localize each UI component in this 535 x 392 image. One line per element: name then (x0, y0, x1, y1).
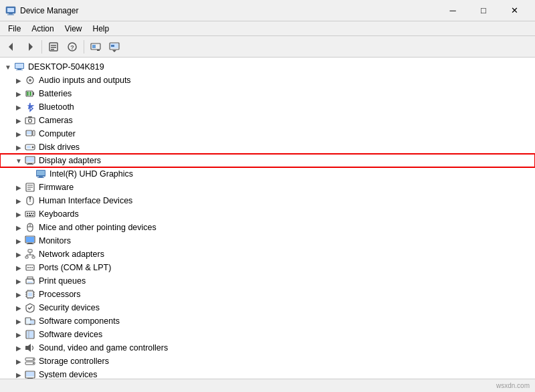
storage-label: Storage controllers (39, 357, 109, 366)
ports-expand-icon[interactable]: ▶ (13, 261, 24, 274)
back-button[interactable] (3, 38, 20, 56)
batteries-label: Batteries (39, 89, 72, 98)
cameras-expand-icon[interactable]: ▶ (13, 114, 24, 127)
disk-expand-icon[interactable]: ▶ (13, 140, 24, 154)
svg-point-75 (27, 267, 29, 268)
svg-rect-99 (26, 318, 30, 324)
forward-button[interactable] (21, 38, 39, 56)
processors-expand-icon[interactable]: ▶ (13, 288, 24, 301)
batteries-icon (24, 88, 36, 100)
security-expand-icon[interactable]: ▶ (13, 301, 24, 314)
firmware-icon (24, 181, 36, 193)
toolbar-separator-2 (84, 40, 84, 54)
app-icon (5, 5, 16, 16)
svg-point-77 (31, 267, 33, 268)
root-expand-icon[interactable]: ▼ (3, 60, 13, 74)
help-button[interactable]: ? (64, 38, 81, 56)
tree-item-processors[interactable]: ▶ Proces (0, 288, 535, 301)
audio-expand-icon[interactable]: ▶ (13, 74, 24, 87)
storage-icon (24, 355, 36, 367)
svg-rect-58 (29, 215, 31, 216)
scan-button[interactable] (87, 38, 104, 56)
menu-view[interactable]: View (60, 23, 88, 35)
hid-icon (24, 195, 36, 207)
tree-item-network[interactable]: ▶ Network adapters (0, 248, 535, 261)
system-expand-icon[interactable]: ▶ (13, 368, 24, 379)
tree-item-security[interactable]: ▶ Security devices (0, 301, 535, 314)
bluetooth-label: Bluetooth (39, 102, 74, 112)
tree-item-storage[interactable]: ▶ Storage controllers (0, 355, 535, 368)
tree-item-keyboards[interactable]: ▶ Keyboards (0, 207, 535, 221)
root-label: DESKTOP-504K819 (28, 62, 104, 72)
monitor-icon (24, 235, 36, 247)
network-expand-icon[interactable]: ▶ (13, 248, 24, 261)
intel-uhd-label: Intel(R) UHD Graphics (49, 169, 133, 179)
tree-item-cameras[interactable]: ▶ Cameras (0, 114, 535, 127)
menu-help[interactable]: Help (88, 23, 115, 35)
svg-rect-69 (32, 256, 35, 258)
keyboard-icon (24, 208, 36, 220)
print-expand-icon[interactable]: ▶ (13, 274, 24, 288)
firmware-expand-icon[interactable]: ▶ (13, 181, 24, 194)
software-components-label: Software components (39, 316, 120, 326)
computer-expand-icon[interactable]: ▶ (13, 127, 24, 140)
disk-icon (24, 141, 36, 153)
mice-expand-icon[interactable]: ▶ (13, 221, 24, 234)
svg-rect-39 (28, 163, 32, 164)
tree-item-software-components[interactable]: ▶ Software components (0, 314, 535, 328)
tree-item-bluetooth[interactable]: ▶ Bluetooth (0, 100, 535, 114)
monitors-expand-icon[interactable]: ▶ (13, 234, 24, 248)
keyboards-expand-icon[interactable]: ▶ (13, 207, 24, 221)
hid-expand-icon[interactable]: ▶ (13, 194, 24, 207)
audio-label: Audio inputs and outputs (39, 76, 131, 85)
svg-rect-66 (27, 243, 33, 244)
tree-item-display[interactable]: ▼ Display adapters (0, 154, 535, 167)
software-devices-expand-icon[interactable]: ▶ (13, 328, 24, 341)
batteries-expand-icon[interactable]: ▶ (13, 87, 24, 100)
svg-rect-48 (27, 189, 31, 190)
maximize-button[interactable]: □ (468, 0, 499, 21)
bluetooth-expand-icon[interactable]: ▶ (13, 100, 24, 114)
tree-item-disk[interactable]: ▶ Disk drives (0, 140, 535, 154)
svg-rect-57 (27, 215, 28, 216)
tree-root[interactable]: ▼ DESKTOP-504K819 (0, 60, 535, 74)
sound-expand-icon[interactable]: ▶ (13, 341, 24, 355)
svg-rect-19 (15, 64, 23, 68)
svg-rect-64 (26, 237, 34, 242)
toolbar-separator-1 (41, 40, 42, 54)
display-icon (24, 155, 36, 167)
device-tree[interactable]: ▼ DESKTOP-504K819 ▶ (0, 58, 535, 379)
close-button[interactable]: ✕ (499, 0, 530, 21)
tree-item-sound[interactable]: ▶ Sound, video and game controllers (0, 341, 535, 355)
tree-item-computer[interactable]: ▶ Computer (0, 127, 535, 140)
tree-item-system[interactable]: ▶ System devices (0, 368, 535, 379)
software-components-expand-icon[interactable]: ▶ (13, 314, 24, 328)
tree-item-print[interactable]: ▶ Print queues (0, 274, 535, 288)
tree-item-batteries[interactable]: ▶ Batteries (0, 87, 535, 100)
svg-rect-101 (27, 331, 33, 338)
svg-rect-1 (7, 8, 14, 12)
tree-item-mice[interactable]: ▶ Mice and other pointing devices (0, 221, 535, 234)
update-button[interactable] (106, 38, 123, 56)
computer-icon (13, 61, 25, 73)
tree-item-hid[interactable]: ▶ Human Interface Devices (0, 194, 535, 207)
tree-item-firmware[interactable]: ▶ Firmware (0, 181, 535, 194)
menu-action[interactable]: Action (26, 23, 59, 35)
storage-expand-icon[interactable]: ▶ (13, 355, 24, 368)
tree-item-monitors[interactable]: ▶ Monitors (0, 234, 535, 248)
tree-item-intel-uhd[interactable]: ▶ Intel(R) UHD Graphics (0, 167, 535, 181)
menu-file[interactable]: File (3, 23, 26, 35)
minimize-button[interactable]: ─ (437, 0, 468, 21)
svg-rect-44 (37, 177, 44, 178)
display-expand-icon[interactable]: ▼ (13, 154, 24, 167)
ports-icon (24, 262, 36, 274)
svg-rect-26 (27, 92, 29, 96)
tree-item-software-devices[interactable]: ▶ Software devices (0, 328, 535, 341)
svg-rect-46 (27, 185, 33, 186)
tree-item-audio[interactable]: ▶ Audio inputs and outputs (0, 74, 535, 87)
tree-item-ports[interactable]: ▶ Ports (COM & LPT) (0, 261, 535, 274)
software-devices-icon (24, 328, 36, 340)
ports-label: Ports (COM & LPT) (39, 263, 111, 272)
properties-button[interactable] (45, 38, 62, 56)
svg-rect-32 (33, 130, 35, 136)
